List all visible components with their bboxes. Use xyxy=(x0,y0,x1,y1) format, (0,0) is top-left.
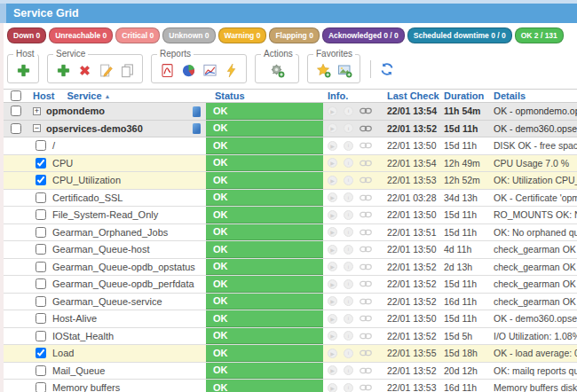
service-row[interactable]: Certificado_SSLOK▶i22/01 03:2834d 13hOK … xyxy=(4,190,577,208)
column-header-last-check[interactable]: Last Check xyxy=(383,90,440,102)
service-row[interactable]: Memory buffersOK▶i22/01 13:5316d 11hMemo… xyxy=(4,380,577,392)
duration-value: 15d 11h xyxy=(440,137,490,154)
host-notes-icon[interactable] xyxy=(193,106,201,117)
status-badge[interactable]: Acknowledged 0 / 0 xyxy=(322,27,405,43)
service-name[interactable]: Gearman_Queue-service xyxy=(52,296,162,307)
info-circle-icon: i xyxy=(344,383,353,392)
service-row[interactable]: Gearman_Queue-opdb_opstatusOK▶i22/01 13:… xyxy=(4,259,577,277)
copy-service-button[interactable] xyxy=(119,62,135,78)
row-select-checkbox[interactable] xyxy=(36,262,46,272)
service-name[interactable]: Memory buffers xyxy=(52,382,120,392)
row-select-checkbox[interactable] xyxy=(36,278,46,289)
column-header-details[interactable]: Details xyxy=(490,90,577,102)
status-badge[interactable]: OK 2 / 131 xyxy=(515,27,564,43)
pie-chart-report-button[interactable] xyxy=(180,62,196,78)
service-name[interactable]: Gearman_Queue-opdb_opstatus xyxy=(52,262,195,272)
add-service-button[interactable] xyxy=(55,62,71,78)
status-badge[interactable]: Flapping 0 xyxy=(269,27,320,43)
row-select-checkbox[interactable] xyxy=(36,192,46,203)
service-name[interactable]: Mail_Queue xyxy=(52,365,105,376)
service-name[interactable]: Certificado_SSL xyxy=(52,192,123,203)
duration-value: 11h 54m xyxy=(440,103,490,120)
add-favorite-button[interactable] xyxy=(315,62,331,78)
row-select-checkbox[interactable] xyxy=(36,382,46,392)
select-all-checkbox[interactable] xyxy=(11,90,21,101)
edit-service-button[interactable] xyxy=(98,62,114,78)
service-name[interactable]: Gearman_Queue-host xyxy=(52,244,149,255)
collapse-icon[interactable]: − xyxy=(33,124,41,132)
add-host-button[interactable] xyxy=(15,62,31,78)
service-row[interactable]: IOStat_HealthOK▶i22/01 13:5215d 5hI/O Ut… xyxy=(4,328,577,346)
service-name[interactable]: CPU xyxy=(52,158,73,169)
service-row[interactable]: Gearman_Queue-hostOK▶i22/01 13:504d 11hc… xyxy=(4,241,577,259)
service-row[interactable]: CPU_UtilizationOK▶i22/01 13:5312h 52mOK:… xyxy=(4,172,577,190)
duration-value: 2d 13h xyxy=(440,259,490,276)
column-header-service[interactable]: Service ▲ xyxy=(67,90,110,101)
last-check-value: 22/01 13:50 xyxy=(383,137,440,154)
column-header-host[interactable]: Host xyxy=(33,90,54,101)
column-header-duration[interactable]: Duration xyxy=(440,90,490,102)
row-select-checkbox[interactable] xyxy=(36,209,46,220)
service-name[interactable]: Gearman_Queue-opdb_perfdata xyxy=(52,278,194,289)
service-row[interactable]: Gearman_Orphaned_JobsOK▶i22/01 13:5115d … xyxy=(4,224,577,242)
host-row[interactable]: −opservices-demo360OK▶i22/01 13:5215d 11… xyxy=(4,121,577,138)
pdf-report-button[interactable] xyxy=(159,62,175,78)
service-row[interactable]: LoadOK▶i22/01 13:5515d 18hOK - load aver… xyxy=(4,345,577,363)
service-row[interactable]: Host-AliveOK▶i22/01 13:5015d 11hOK - dem… xyxy=(4,310,577,328)
row-select-checkbox[interactable] xyxy=(36,175,46,185)
expand-icon[interactable]: + xyxy=(33,107,41,115)
service-row[interactable]: CPUOK▶i22/01 13:5412h 49mCPU Usage 7.0 % xyxy=(4,155,577,173)
row-select-checkbox[interactable] xyxy=(36,296,46,307)
status-ok-badge: OK xyxy=(206,155,323,172)
save-view-button[interactable] xyxy=(336,62,352,78)
status-badge[interactable]: Down 0 xyxy=(7,27,46,43)
graph-report-button[interactable] xyxy=(202,62,217,78)
row-select-checkbox[interactable] xyxy=(36,313,46,324)
status-cell: OK xyxy=(206,294,323,310)
row-select-checkbox[interactable] xyxy=(36,244,46,255)
service-name[interactable]: CPU_Utilization xyxy=(52,175,121,185)
status-badge[interactable]: Critical 0 xyxy=(115,27,160,43)
service-row[interactable]: Mail_QueueOK▶i22/01 13:5220d 12hOK: mail… xyxy=(4,363,577,380)
row-select-checkbox[interactable] xyxy=(36,348,46,358)
edit-icon xyxy=(99,63,114,78)
row-select-checkbox[interactable] xyxy=(11,123,21,134)
status-badge[interactable]: Unknown 0 xyxy=(162,27,215,43)
link-icon[interactable] xyxy=(360,107,372,114)
service-row[interactable]: Gearman_Queue-opdb_perfdataOK▶i22/01 13:… xyxy=(4,276,577,294)
row-select-checkbox[interactable] xyxy=(36,331,46,341)
row-select-checkbox[interactable] xyxy=(36,158,46,169)
duration-value: 20d 12h xyxy=(440,363,490,380)
link-icon[interactable] xyxy=(360,125,372,132)
column-header-info[interactable]: Info. xyxy=(323,90,383,102)
service-row[interactable]: Gearman_Queue-serviceOK▶i22/01 13:5216d … xyxy=(4,294,577,311)
status-ok-badge: OK xyxy=(206,172,323,189)
service-name[interactable]: File_System-Read_Only xyxy=(52,209,158,220)
host-row[interactable]: +opmondemoOK▶i22/01 13:5411h 54mOK - opm… xyxy=(4,103,577,121)
service-row[interactable]: /OK▶i22/01 13:5015d 11hDISK OK - free sp… xyxy=(4,137,577,155)
row-select-checkbox[interactable] xyxy=(36,365,46,376)
host-name[interactable]: opmondemo xyxy=(46,106,105,116)
service-name[interactable]: Load xyxy=(52,348,74,358)
column-header-status[interactable]: Status xyxy=(206,90,323,102)
row-select-checkbox[interactable] xyxy=(11,106,21,116)
status-badge[interactable]: Unreachable 0 xyxy=(49,27,113,43)
status-badge[interactable]: Warning 0 xyxy=(218,27,267,43)
actions-button[interactable] xyxy=(269,62,285,78)
service-name[interactable]: / xyxy=(52,140,55,151)
delete-service-button[interactable] xyxy=(76,62,92,78)
service-name[interactable]: IOStat_Health xyxy=(52,331,114,341)
status-badge[interactable]: Scheduled downtime 0 / 0 xyxy=(407,27,512,43)
host-notes-icon[interactable] xyxy=(193,123,201,134)
service-name[interactable]: Host-Alive xyxy=(52,313,97,324)
refresh-button[interactable] xyxy=(379,61,395,77)
service-row[interactable]: File_System-Read_OnlyOK▶i22/01 13:5015d … xyxy=(4,207,577,224)
row-select-checkbox[interactable] xyxy=(36,227,46,238)
info-circle-icon: i xyxy=(344,365,353,375)
quick-report-button[interactable] xyxy=(223,62,239,78)
service-name[interactable]: Gearman_Orphaned_Jobs xyxy=(52,227,168,238)
info-circle-icon: i xyxy=(344,158,353,168)
row-select-checkbox[interactable] xyxy=(36,140,46,151)
status-ok-badge: OK xyxy=(206,294,323,310)
host-name[interactable]: opservices-demo360 xyxy=(46,123,143,134)
